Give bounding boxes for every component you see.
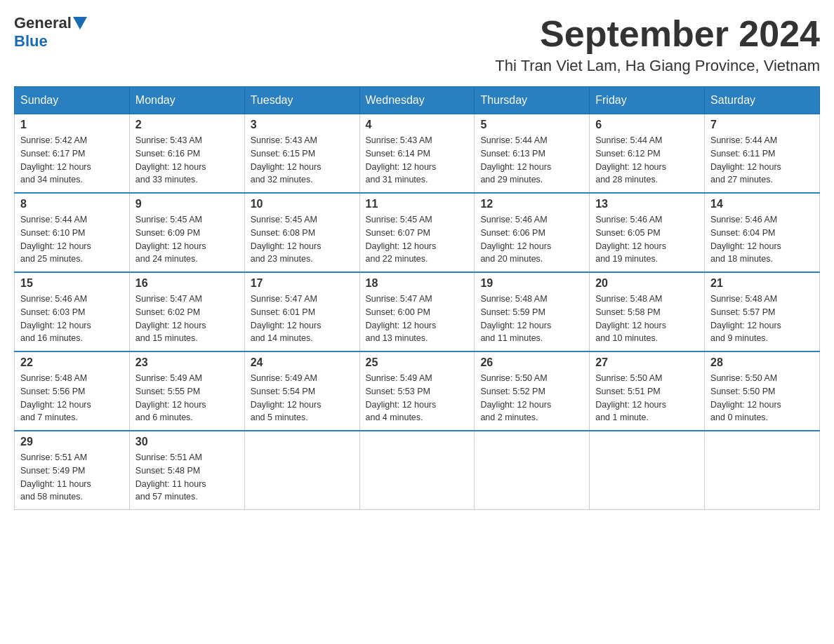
day-number: 2 <box>135 119 239 131</box>
day-info: Sunrise: 5:48 AMSunset: 5:59 PMDaylight:… <box>480 293 583 345</box>
day-number: 22 <box>20 356 124 369</box>
calendar-day-cell: 24Sunrise: 5:49 AMSunset: 5:54 PMDayligh… <box>244 351 359 431</box>
calendar-day-cell: 15Sunrise: 5:46 AMSunset: 6:03 PMDayligh… <box>15 272 130 351</box>
day-number: 15 <box>20 277 124 290</box>
day-info: Sunrise: 5:46 AMSunset: 6:04 PMDaylight:… <box>710 213 814 266</box>
day-number: 6 <box>595 119 699 131</box>
calendar-day-cell: 22Sunrise: 5:48 AMSunset: 5:56 PMDayligh… <box>15 351 130 431</box>
day-info: Sunrise: 5:44 AMSunset: 6:12 PMDaylight:… <box>595 134 699 187</box>
calendar-day-cell <box>590 431 705 510</box>
day-info: Sunrise: 5:49 AMSunset: 5:54 PMDaylight:… <box>251 372 354 424</box>
day-number: 18 <box>366 277 469 290</box>
calendar-day-cell <box>705 431 820 510</box>
day-info: Sunrise: 5:44 AMSunset: 6:10 PMDaylight:… <box>20 213 124 266</box>
calendar-day-cell: 18Sunrise: 5:47 AMSunset: 6:00 PMDayligh… <box>359 272 475 351</box>
logo-arrow-icon <box>73 17 87 29</box>
calendar-week-row: 29Sunrise: 5:51 AMSunset: 5:49 PMDayligh… <box>15 431 820 510</box>
day-info: Sunrise: 5:50 AMSunset: 5:51 PMDaylight:… <box>595 372 699 424</box>
day-number: 13 <box>595 198 699 210</box>
day-number: 19 <box>480 277 583 290</box>
day-info: Sunrise: 5:46 AMSunset: 6:05 PMDaylight:… <box>595 213 699 266</box>
day-number: 25 <box>366 356 469 369</box>
day-number: 28 <box>710 356 814 369</box>
calendar-day-cell: 10Sunrise: 5:45 AMSunset: 6:08 PMDayligh… <box>244 193 359 272</box>
day-info: Sunrise: 5:44 AMSunset: 6:13 PMDaylight:… <box>480 134 583 187</box>
day-info: Sunrise: 5:48 AMSunset: 5:57 PMDaylight:… <box>710 293 814 345</box>
day-of-week-header: Tuesday <box>244 87 359 114</box>
day-number: 30 <box>135 436 239 448</box>
calendar-day-cell: 20Sunrise: 5:48 AMSunset: 5:58 PMDayligh… <box>590 272 705 351</box>
calendar-day-cell: 8Sunrise: 5:44 AMSunset: 6:10 PMDaylight… <box>15 193 130 272</box>
day-info: Sunrise: 5:44 AMSunset: 6:11 PMDaylight:… <box>710 134 814 187</box>
day-number: 21 <box>710 277 814 290</box>
calendar-day-cell: 29Sunrise: 5:51 AMSunset: 5:49 PMDayligh… <box>15 431 130 510</box>
day-info: Sunrise: 5:51 AMSunset: 5:49 PMDaylight:… <box>20 451 124 504</box>
logo-general-text: General <box>14 14 72 32</box>
calendar-day-cell: 1Sunrise: 5:42 AMSunset: 6:17 PMDaylight… <box>15 114 130 194</box>
calendar-day-cell <box>359 431 475 510</box>
day-number: 9 <box>135 198 239 210</box>
day-info: Sunrise: 5:48 AMSunset: 5:56 PMDaylight:… <box>20 372 124 424</box>
day-number: 20 <box>595 277 699 290</box>
calendar-day-cell: 16Sunrise: 5:47 AMSunset: 6:02 PMDayligh… <box>129 272 244 351</box>
calendar-day-cell: 17Sunrise: 5:47 AMSunset: 6:01 PMDayligh… <box>244 272 359 351</box>
calendar-week-row: 8Sunrise: 5:44 AMSunset: 6:10 PMDaylight… <box>15 193 820 272</box>
day-number: 11 <box>366 198 469 210</box>
day-info: Sunrise: 5:46 AMSunset: 6:06 PMDaylight:… <box>480 213 583 266</box>
day-info: Sunrise: 5:45 AMSunset: 6:08 PMDaylight:… <box>251 213 354 266</box>
day-number: 5 <box>480 119 583 131</box>
day-number: 10 <box>251 198 354 210</box>
calendar-day-cell: 30Sunrise: 5:51 AMSunset: 5:48 PMDayligh… <box>129 431 244 510</box>
day-info: Sunrise: 5:49 AMSunset: 5:55 PMDaylight:… <box>135 372 239 424</box>
title-section: September 2024 Thi Tran Viet Lam, Ha Gia… <box>495 14 820 75</box>
day-number: 16 <box>135 277 239 290</box>
calendar-day-cell: 19Sunrise: 5:48 AMSunset: 5:59 PMDayligh… <box>475 272 590 351</box>
calendar-day-cell: 23Sunrise: 5:49 AMSunset: 5:55 PMDayligh… <box>129 351 244 431</box>
day-number: 24 <box>251 356 354 369</box>
day-number: 27 <box>595 356 699 369</box>
calendar-day-cell <box>244 431 359 510</box>
calendar-day-cell: 2Sunrise: 5:43 AMSunset: 6:16 PMDaylight… <box>129 114 244 194</box>
calendar-week-row: 15Sunrise: 5:46 AMSunset: 6:03 PMDayligh… <box>15 272 820 351</box>
day-info: Sunrise: 5:47 AMSunset: 6:01 PMDaylight:… <box>251 293 354 345</box>
calendar-day-cell: 28Sunrise: 5:50 AMSunset: 5:50 PMDayligh… <box>705 351 820 431</box>
day-number: 23 <box>135 356 239 369</box>
day-number: 26 <box>480 356 583 369</box>
day-of-week-header: Monday <box>129 87 244 114</box>
logo-blue-text: Blue <box>14 32 48 50</box>
day-of-week-header: Thursday <box>475 87 590 114</box>
day-info: Sunrise: 5:43 AMSunset: 6:14 PMDaylight:… <box>366 134 469 187</box>
day-number: 3 <box>251 119 354 131</box>
calendar-day-cell: 6Sunrise: 5:44 AMSunset: 6:12 PMDaylight… <box>590 114 705 194</box>
calendar-day-cell: 14Sunrise: 5:46 AMSunset: 6:04 PMDayligh… <box>705 193 820 272</box>
day-number: 29 <box>20 436 124 448</box>
day-number: 8 <box>20 198 124 210</box>
calendar-day-cell: 11Sunrise: 5:45 AMSunset: 6:07 PMDayligh… <box>359 193 475 272</box>
calendar-day-cell: 5Sunrise: 5:44 AMSunset: 6:13 PMDaylight… <box>475 114 590 194</box>
day-info: Sunrise: 5:45 AMSunset: 6:07 PMDaylight:… <box>366 213 469 266</box>
day-of-week-header: Wednesday <box>359 87 475 114</box>
calendar-day-cell: 21Sunrise: 5:48 AMSunset: 5:57 PMDayligh… <box>705 272 820 351</box>
day-info: Sunrise: 5:47 AMSunset: 6:02 PMDaylight:… <box>135 293 239 345</box>
day-info: Sunrise: 5:43 AMSunset: 6:16 PMDaylight:… <box>135 134 239 187</box>
day-of-week-header: Friday <box>590 87 705 114</box>
page-header: General Blue September 2024 Thi Tran Vie… <box>14 14 820 75</box>
logo: General Blue <box>14 14 88 51</box>
day-info: Sunrise: 5:48 AMSunset: 5:58 PMDaylight:… <box>595 293 699 345</box>
day-number: 1 <box>20 119 124 131</box>
day-of-week-header: Sunday <box>15 87 130 114</box>
day-number: 14 <box>710 198 814 210</box>
calendar-day-cell <box>475 431 590 510</box>
calendar-day-cell: 3Sunrise: 5:43 AMSunset: 6:15 PMDaylight… <box>244 114 359 194</box>
calendar-title: September 2024 <box>495 14 820 54</box>
calendar-day-cell: 13Sunrise: 5:46 AMSunset: 6:05 PMDayligh… <box>590 193 705 272</box>
calendar-day-cell: 26Sunrise: 5:50 AMSunset: 5:52 PMDayligh… <box>475 351 590 431</box>
calendar-day-cell: 25Sunrise: 5:49 AMSunset: 5:53 PMDayligh… <box>359 351 475 431</box>
day-info: Sunrise: 5:50 AMSunset: 5:52 PMDaylight:… <box>480 372 583 424</box>
day-number: 17 <box>251 277 354 290</box>
day-number: 7 <box>710 119 814 131</box>
day-info: Sunrise: 5:50 AMSunset: 5:50 PMDaylight:… <box>710 372 814 424</box>
calendar-week-row: 1Sunrise: 5:42 AMSunset: 6:17 PMDaylight… <box>15 114 820 194</box>
calendar-header-row: SundayMondayTuesdayWednesdayThursdayFrid… <box>15 87 820 114</box>
calendar-day-cell: 9Sunrise: 5:45 AMSunset: 6:09 PMDaylight… <box>129 193 244 272</box>
